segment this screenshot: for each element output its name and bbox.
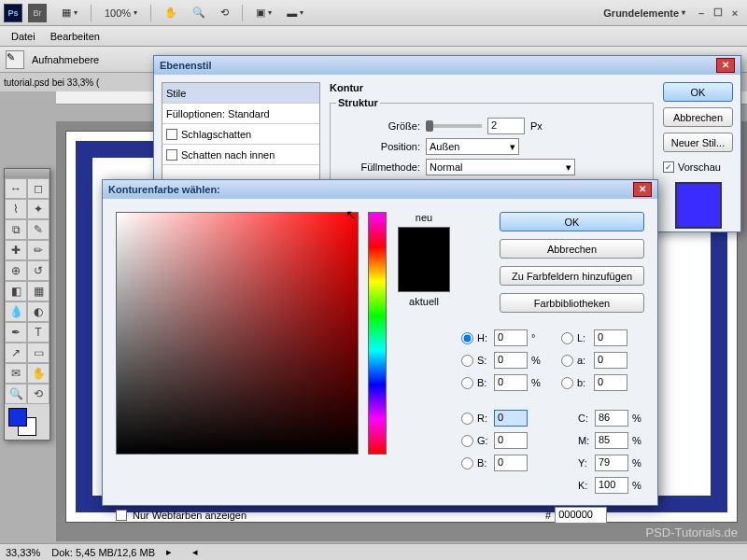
color-libraries-button[interactable]: Farbbibliotheken bbox=[500, 293, 644, 313]
pen-tool[interactable]: ✒ bbox=[5, 322, 27, 343]
screen-mode-icon[interactable]: ▬ bbox=[281, 6, 309, 21]
maximize-icon[interactable]: ☐ bbox=[710, 7, 726, 19]
styles-header[interactable]: Stile bbox=[162, 83, 319, 104]
brush-tool[interactable]: ✏ bbox=[27, 240, 49, 260]
workspace-selector[interactable]: Grundelemente bbox=[598, 6, 691, 21]
arrange-icon[interactable]: ▣ bbox=[250, 5, 277, 21]
tools-panel: ↔ ◻ ⌇ ✦ ⧉ ✎ ✚ ✏ ⊕ ↺ ◧ ▦ 💧 ◐ ✒ T ↗ ▭ ✉ ✋ … bbox=[4, 168, 50, 441]
k-input[interactable]: 100 bbox=[595, 477, 628, 494]
doc-size: Dok: 5,45 MB/12,6 MB bbox=[51, 547, 155, 558]
inner-shadow-row[interactable]: Schatten nach innen bbox=[162, 145, 319, 165]
zoom-tool-icon[interactable]: 🔍 bbox=[187, 5, 211, 21]
size-slider[interactable] bbox=[426, 124, 482, 128]
g-radio[interactable] bbox=[461, 435, 473, 447]
cancel-button[interactable]: Abbrechen bbox=[500, 239, 644, 259]
h-input[interactable]: 0 bbox=[494, 329, 528, 346]
zoom-tool[interactable]: 🔍 bbox=[5, 384, 27, 404]
menu-edit[interactable]: Bearbeiten bbox=[43, 29, 107, 44]
b2-input[interactable]: 0 bbox=[494, 455, 528, 471]
healing-tool[interactable]: ✚ bbox=[5, 240, 27, 260]
preview-label: Vorschau bbox=[678, 161, 721, 173]
blending-options[interactable]: Fülloptionen: Standard bbox=[162, 104, 319, 124]
section-title: Kontur bbox=[330, 82, 654, 93]
r-input[interactable]: 0 bbox=[494, 410, 528, 427]
close-button[interactable]: ✕ bbox=[633, 182, 652, 197]
stamp-tool[interactable]: ⊕ bbox=[5, 260, 27, 281]
marquee-tool[interactable]: ◻ bbox=[27, 178, 49, 199]
gradient-tool[interactable]: ▦ bbox=[27, 281, 49, 301]
a-input[interactable]: 0 bbox=[594, 352, 627, 369]
hex-label: # bbox=[545, 510, 551, 521]
watermark: PSD-Tutorials.de bbox=[646, 525, 739, 539]
rotate-tool-icon[interactable]: ⟲ bbox=[215, 5, 234, 21]
c-input[interactable]: 86 bbox=[595, 410, 628, 427]
minimize-icon[interactable]: – bbox=[693, 7, 710, 19]
eraser-tool[interactable]: ◧ bbox=[5, 281, 27, 301]
blur-tool[interactable]: 💧 bbox=[5, 301, 27, 322]
ok-button[interactable]: OK bbox=[500, 212, 644, 231]
new-style-button[interactable]: Neuer Stil... bbox=[663, 133, 733, 152]
path-tool[interactable]: ↗ bbox=[5, 343, 27, 363]
blend-mode-select[interactable]: Normal▾ bbox=[426, 159, 575, 175]
preview-checkbox[interactable]: ✓ bbox=[663, 161, 674, 173]
close-icon[interactable]: × bbox=[726, 7, 743, 19]
new-label: neu bbox=[396, 212, 452, 223]
l-radio[interactable] bbox=[561, 332, 573, 344]
foreground-color[interactable] bbox=[8, 408, 27, 427]
lasso-tool[interactable]: ⌇ bbox=[5, 199, 27, 219]
wand-tool[interactable]: ✦ bbox=[27, 199, 49, 219]
eyedropper-icon[interactable]: ✎ bbox=[6, 50, 24, 69]
dodge-tool[interactable]: ◐ bbox=[27, 301, 49, 322]
hue-slider[interactable] bbox=[368, 212, 387, 455]
size-unit: Px bbox=[530, 120, 543, 132]
b2-radio[interactable] bbox=[461, 457, 473, 469]
r-radio[interactable] bbox=[461, 413, 473, 425]
drop-shadow-row[interactable]: Schlagschatten bbox=[162, 124, 319, 145]
color-preview bbox=[398, 227, 450, 292]
app-topbar: Ps Br ▦ 100% ✋ 🔍 ⟲ ▣ ▬ Grundelemente – ☐… bbox=[0, 0, 747, 26]
rotate-tool[interactable]: ⟲ bbox=[27, 384, 49, 404]
ok-button[interactable]: OK bbox=[663, 82, 733, 102]
m-input[interactable]: 85 bbox=[595, 432, 628, 449]
lab-b-radio[interactable] bbox=[561, 377, 573, 389]
color-picker-dialog: Konturenfarbe wählen: ✕ neu aktuell OK A… bbox=[102, 179, 658, 506]
eyedropper-tool[interactable]: ✎ bbox=[27, 219, 49, 240]
hand-tool-icon[interactable]: ✋ bbox=[159, 5, 183, 21]
bridge-icon[interactable]: Br bbox=[28, 4, 47, 22]
hex-input[interactable]: 000000 bbox=[555, 507, 607, 524]
web-colors-checkbox[interactable] bbox=[116, 510, 127, 521]
menubar: Datei Bearbeiten bbox=[0, 26, 747, 47]
type-tool[interactable]: T bbox=[27, 322, 49, 343]
zoom-dropdown[interactable]: 100% bbox=[99, 6, 143, 21]
notes-tool[interactable]: ✉ bbox=[5, 363, 27, 384]
menu-file[interactable]: Datei bbox=[4, 29, 43, 44]
saturation-field[interactable] bbox=[116, 212, 359, 455]
blend-mode-label: Füllmethode: bbox=[336, 161, 420, 173]
photoshop-icon: Ps bbox=[4, 4, 22, 22]
history-brush-tool[interactable]: ↺ bbox=[27, 260, 49, 281]
current-label: aktuell bbox=[396, 296, 452, 307]
y-input[interactable]: 79 bbox=[595, 455, 628, 471]
close-button[interactable]: ✕ bbox=[716, 58, 735, 73]
s-radio[interactable] bbox=[461, 355, 473, 367]
size-input[interactable]: 2 bbox=[487, 118, 525, 134]
add-swatch-button[interactable]: Zu Farbfeldern hinzufügen bbox=[500, 266, 644, 286]
cancel-button[interactable]: Abbrechen bbox=[663, 107, 733, 127]
structure-legend: Struktur bbox=[336, 97, 380, 108]
b-input[interactable]: 0 bbox=[494, 374, 528, 391]
s-input[interactable]: 0 bbox=[494, 352, 528, 369]
h-radio[interactable] bbox=[461, 332, 473, 344]
a-radio[interactable] bbox=[561, 355, 573, 367]
view-menu-icon[interactable]: ▦ bbox=[56, 5, 83, 21]
zoom-level[interactable]: 33,33% bbox=[6, 547, 40, 558]
g-input[interactable]: 0 bbox=[494, 432, 528, 449]
l-input[interactable]: 0 bbox=[594, 329, 627, 346]
position-select[interactable]: Außen▾ bbox=[426, 138, 519, 155]
move-tool[interactable]: ↔ bbox=[5, 178, 27, 199]
lab-b-input[interactable]: 0 bbox=[594, 374, 627, 391]
shape-tool[interactable]: ▭ bbox=[27, 343, 49, 363]
hand-tool[interactable]: ✋ bbox=[27, 363, 49, 384]
crop-tool[interactable]: ⧉ bbox=[5, 219, 27, 240]
web-colors-label: Nur Webfarben anzeigen bbox=[133, 510, 247, 521]
b-radio[interactable] bbox=[461, 377, 473, 389]
